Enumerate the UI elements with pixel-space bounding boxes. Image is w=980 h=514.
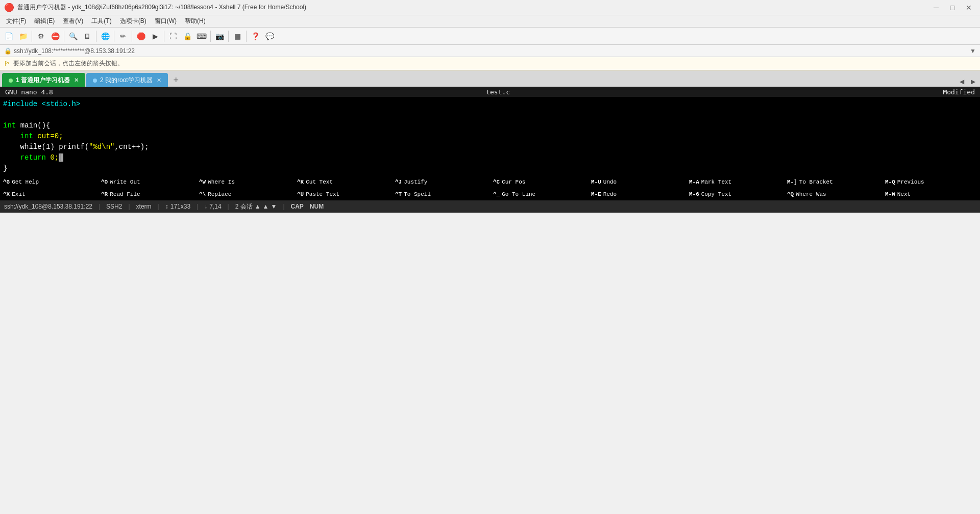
shortcut-write-out[interactable]: ^O Write Out — [98, 176, 196, 188]
minimize-button[interactable]: ─ — [929, 3, 943, 13]
shortcut-key-next: M-W — [885, 191, 895, 197]
tab-1-dot — [9, 79, 13, 83]
tab-1-close[interactable]: ✕ — [74, 77, 79, 84]
session-address: ssh://ydk_108:*************@8.153.38.191… — [14, 47, 970, 55]
code-line-4: int cut=0; — [3, 131, 977, 142]
menu-window[interactable]: 窗口(W) — [151, 16, 181, 27]
tab-bar: 1 普通用户学习机器 ✕ 2 我的root学习机器 ✕ + ◀ ▶ — [0, 70, 980, 87]
tab-2[interactable]: 2 我的root学习机器 ✕ — [86, 73, 168, 87]
status-size: ↕ 171x33 — [165, 203, 190, 210]
shortcuts-row-2: ^X Exit ^R Read File ^\ Replace ^U Paste… — [0, 188, 980, 200]
status-bar: ssh://ydk_108@8.153.38.191:22 | SSH2 | x… — [0, 200, 980, 213]
nano-version: GNU nano 4.8 — [5, 88, 53, 96]
screenshot-button[interactable]: 📷 — [213, 30, 226, 43]
tab-prev-button[interactable]: ◀ — [957, 76, 967, 87]
lock-button[interactable]: 🔒 — [181, 30, 194, 43]
status-sessions: 2 会话 ▲ ▲ ▼ — [235, 202, 277, 211]
shortcut-justify[interactable]: ^J Justify — [392, 176, 490, 188]
status-sep-6: | — [283, 203, 284, 210]
shortcut-paste-text[interactable]: ^U Paste Text — [294, 188, 392, 200]
menu-file[interactable]: 文件(F) — [2, 16, 30, 27]
shortcut-key-where-was: ^Q — [787, 191, 794, 197]
tab-2-close[interactable]: ✕ — [157, 77, 161, 84]
menu-help[interactable]: 帮助(H) — [181, 16, 210, 27]
tab-next-button[interactable]: ▶ — [968, 76, 978, 87]
shortcut-read-file[interactable]: ^R Read File — [98, 188, 196, 200]
shortcuts-row-1: ^G Get Help ^O Write Out ^W Where Is ^K … — [0, 176, 980, 188]
status-sessions-value: 2 会话 — [235, 202, 253, 211]
tab-1[interactable]: 1 普通用户学习机器 ✕ — [2, 73, 85, 87]
shortcut-where-was[interactable]: ^Q Where Was — [784, 188, 882, 200]
shortcut-label-redo: Redo — [603, 191, 617, 197]
toolbar-sep-8 — [228, 31, 229, 42]
shortcut-redo[interactable]: M-E Redo — [588, 188, 686, 200]
app-icon: 🔴 — [4, 3, 14, 12]
shortcut-to-spell[interactable]: ^T To Spell — [392, 188, 490, 200]
open-button[interactable]: 📁 — [16, 30, 30, 43]
shortcuts-bar: ^G Get Help ^O Write Out ^W Where Is ^K … — [0, 176, 980, 200]
shortcut-exit[interactable]: ^X Exit — [0, 188, 98, 200]
close-button[interactable]: ✕ — [962, 3, 976, 13]
shortcut-key-redo: M-E — [591, 191, 601, 197]
shortcut-replace[interactable]: ^\ Replace — [196, 188, 294, 200]
shortcut-undo[interactable]: M-U Undo — [588, 176, 686, 188]
status-sep-5: | — [228, 203, 229, 210]
feedback-button[interactable]: 💬 — [263, 30, 276, 43]
find-button[interactable]: 🔍 — [66, 30, 80, 43]
shortcut-key-replace: ^\ — [199, 191, 206, 197]
tab-2-label: 2 我的root学习机器 — [100, 76, 153, 85]
shortcut-get-help[interactable]: ^G Get Help — [0, 176, 98, 188]
tab-add-button[interactable]: + — [169, 73, 183, 87]
status-size-value: 171x33 — [170, 203, 190, 210]
shortcut-key-previous: M-Q — [885, 179, 895, 185]
status-sessions-up[interactable]: ▲ — [263, 203, 269, 210]
shortcut-label-go-to-line: Go To Line — [502, 191, 535, 197]
new-session-button[interactable]: 📄 — [2, 30, 15, 43]
status-protocol: SSH2 — [106, 203, 122, 210]
monitor-button[interactable]: 🖥 — [81, 30, 94, 43]
highlight-button[interactable]: ✏ — [116, 30, 130, 43]
code-line-2 — [3, 110, 977, 120]
shortcut-go-to-line[interactable]: ^_ Go To Line — [490, 188, 588, 200]
editor-area[interactable]: #include <stdio.h> int main(){ int cut=0… — [0, 97, 980, 176]
shortcut-cut-text[interactable]: ^K Cut Text — [294, 176, 392, 188]
session-dropdown[interactable]: ▼ — [970, 47, 976, 55]
status-cursor: ↓ 7,14 — [204, 203, 221, 210]
shortcut-label-write-out: Write Out — [110, 179, 140, 185]
toolbar: 📄 📁 ⚙ ⛔ 🔍 🖥 🌐 ✏ 🛑 ▶ ⛶ 🔒 ⌨ 📷 ▦ ❓ 💬 — [0, 28, 980, 45]
shortcut-where-is[interactable]: ^W Where Is — [196, 176, 294, 188]
stop-button[interactable]: 🛑 — [134, 30, 148, 43]
session-bar: 🔒 ssh://ydk_108:*************@8.153.38.1… — [0, 45, 980, 57]
layout-button[interactable]: ▦ — [231, 30, 244, 43]
tab-navigation: ◀ ▶ — [957, 76, 978, 87]
shortcut-mark-text[interactable]: M-A Mark Text — [686, 176, 784, 188]
keyboard-button[interactable]: ⌨ — [195, 30, 208, 43]
shortcut-label-where-is: Where Is — [208, 179, 235, 185]
shortcut-next[interactable]: M-W Next — [882, 188, 980, 200]
shortcut-previous[interactable]: M-Q Previous — [882, 176, 980, 188]
shortcut-label-replace: Replace — [208, 191, 231, 197]
fullscreen-button[interactable]: ⛶ — [166, 30, 180, 43]
shortcut-key-get-help: ^G — [3, 179, 10, 185]
help-button[interactable]: ❓ — [249, 30, 262, 43]
status-sep-4: | — [197, 203, 198, 210]
menu-view[interactable]: 查看(V) — [59, 16, 87, 27]
shortcut-label-justify: Justify — [404, 179, 427, 185]
shortcut-cur-pos[interactable]: ^C Cur Pos — [490, 176, 588, 188]
status-sessions-arrow[interactable]: ▲ — [255, 203, 261, 210]
globe-button[interactable]: 🌐 — [99, 30, 112, 43]
shortcut-copy-text[interactable]: M-6 Copy Text — [686, 188, 784, 200]
disconnect-button[interactable]: ⛔ — [48, 30, 62, 43]
menu-tabs[interactable]: 选项卡(B) — [116, 16, 151, 27]
shortcut-key-copy-text: M-6 — [689, 191, 699, 197]
toolbar-sep-1 — [32, 31, 32, 42]
maximize-button[interactable]: □ — [945, 3, 960, 13]
shortcut-to-bracket[interactable]: M-] To Bracket — [784, 176, 882, 188]
nano-header: GNU nano 4.8 test.c Modified — [0, 87, 980, 97]
status-sep-2: | — [128, 203, 130, 210]
properties-button[interactable]: ⚙ — [34, 30, 47, 43]
menu-edit[interactable]: 编辑(E) — [30, 16, 59, 27]
menu-tools[interactable]: 工具(T) — [87, 16, 115, 27]
run-button[interactable]: ▶ — [149, 30, 162, 43]
status-sessions-down[interactable]: ▼ — [271, 203, 277, 210]
